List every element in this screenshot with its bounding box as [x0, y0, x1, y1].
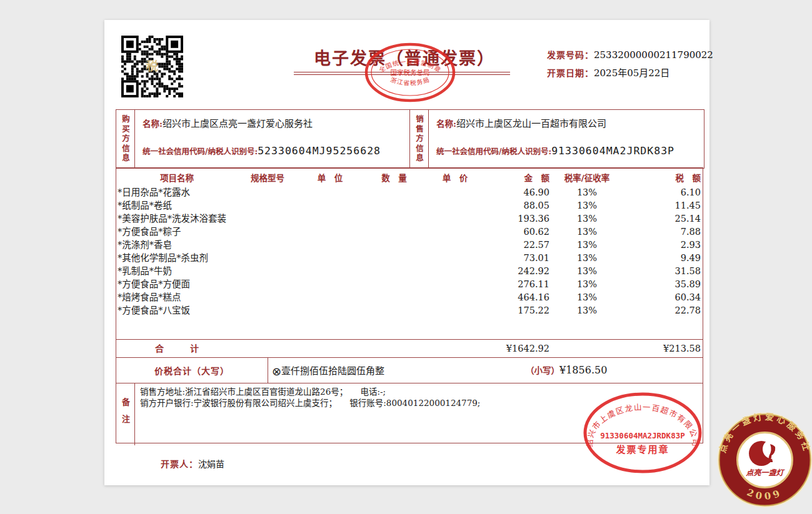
table-row: *纸制品*卷纸 88.05 13% 11.45 [116, 199, 703, 212]
invoice-number-value: 25332000000211790022 [594, 49, 713, 61]
item-qty-cell [361, 239, 427, 252]
invoice-title: 电子发票（普通发票） [279, 45, 529, 69]
item-tax-cell: 2.93 [624, 239, 703, 252]
item-tax-rate-cell: 13% [549, 239, 624, 252]
title-double-rule [294, 72, 510, 75]
seller-name-row: 名称:绍兴市上虞区龙山一百超市有限公司 [436, 116, 704, 129]
item-tax-cell: 60.34 [624, 291, 703, 304]
buyer-side-label: 购买方信息 [119, 115, 131, 164]
buyer-side-strip: 购买方信息 [116, 110, 135, 168]
invoice-date-label: 开票日期： [547, 68, 594, 78]
small-figures-label: （小写） [526, 365, 559, 375]
item-qty-cell [361, 199, 427, 212]
item-name-cell: *纸制品*卷纸 [118, 199, 236, 212]
item-tax-rate-cell: 13% [549, 225, 624, 239]
buyer-name-row: 名称:绍兴市上虞区点亮一盏灯爱心服务社 [143, 116, 409, 129]
table-row: *方便食品*八宝饭 175.22 13% 22.78 [116, 304, 703, 317]
item-qty-cell [361, 278, 427, 291]
item-spec-cell [236, 212, 299, 225]
item-name-cell: *乳制品*牛奶 [118, 265, 236, 278]
item-qty-cell [361, 291, 427, 304]
item-unit-cell [299, 199, 361, 212]
item-unit-cell [299, 291, 361, 304]
buyer-taxid-label: 统一社会信用代码/纳税人识别号: [143, 147, 258, 156]
seller-side-label: 销售方信息 [413, 115, 425, 164]
table-row: *日用杂品*花露水 46.90 13% 6.10 [116, 186, 703, 199]
item-unit-cell [299, 239, 361, 252]
buyer-taxid-value: 52330604MJ95256628 [258, 145, 381, 157]
item-unit-cell [299, 225, 361, 239]
amount-in-figures: （小写）¥1856.50 [526, 363, 607, 376]
table-row: *美容护肤品*洗发沐浴套装 193.36 13% 25.14 [116, 212, 703, 225]
item-amount-cell: 73.01 [483, 252, 549, 265]
amount-in-words: ⊗壹仟捌佰伍拾陆圆伍角整 [272, 363, 384, 378]
item-spec-cell [236, 199, 299, 212]
total-amount: ¥1642.92 [483, 342, 549, 355]
item-amount-cell: 276.11 [483, 278, 549, 291]
seller-name-label: 名称: [436, 119, 456, 129]
total-label: 合 计 [118, 342, 236, 355]
buyer-name-value: 绍兴市上虞区点亮一盏灯爱心服务社 [163, 118, 313, 129]
charity-badge: 点亮一盏灯爱心服务社 2009 点亮一盏灯 [716, 412, 812, 508]
remarks-content: 销售方地址:浙江省绍兴市上虞区百官街道龙山路26号； 电话:-; 销方开户银行:… [135, 383, 703, 445]
table-header-row: 项目名称 规格型号 单 位 数 量 单 价 金 额 税率/征收率 税 额 [116, 168, 703, 184]
header-item-name: 项目名称 [118, 172, 236, 184]
header-tax-rate: 税率/征收率 [549, 172, 624, 184]
item-qty-cell [361, 212, 427, 225]
invoice-number-label: 发票号码： [547, 50, 594, 60]
item-unit-cell [299, 265, 361, 278]
circled-x-symbol: ⊗ [272, 365, 281, 378]
header-price: 单 价 [427, 172, 483, 184]
svg-text:税: 税 [146, 59, 159, 74]
item-amount-cell: 193.36 [483, 212, 549, 225]
item-spec-cell [236, 239, 299, 252]
invoice-date-row: 开票日期：2025年05月22日 [547, 68, 713, 78]
item-tax-rate-cell: 13% [549, 304, 624, 317]
item-amount-cell: 464.16 [483, 291, 549, 304]
item-tax-rate-cell: 13% [549, 291, 624, 304]
item-name-cell: *方便食品*八宝饭 [118, 304, 236, 317]
item-name-cell: *洗涤剂*香皂 [118, 239, 236, 252]
items-area: 项目名称 规格型号 单 位 数 量 单 价 金 额 税率/征收率 税 额 *日用… [116, 168, 703, 339]
remarks-side-label: 备注 [119, 398, 131, 432]
drawer-label: 开票人： [161, 459, 198, 469]
seller-side-strip: 销售方信息 [410, 110, 429, 168]
item-spec-cell [236, 291, 299, 304]
item-tax-cell: 7.88 [624, 225, 703, 239]
invoice-meta: 发票号码：25332000000211790022 开票日期：2025年05月2… [547, 50, 713, 86]
item-tax-rate-cell: 13% [549, 278, 624, 291]
items-rows: *日用杂品*花露水 46.90 13% 6.10 *纸制品*卷纸 [116, 186, 703, 317]
item-name-cell: *方便食品*方便面 [118, 278, 236, 291]
item-qty-cell [361, 225, 427, 239]
item-price-cell [427, 239, 483, 252]
buyer-section: 购买方信息 名称:绍兴市上虞区点亮一盏灯爱心服务社 统一社会信用代码/纳税人识别… [116, 110, 410, 168]
item-tax-rate-cell: 13% [549, 199, 624, 212]
item-price-cell [427, 199, 483, 212]
item-spec-cell [236, 278, 299, 291]
amount-words-text: 壹仟捌佰伍拾陆圆伍角整 [281, 365, 384, 377]
item-tax-rate-cell: 13% [549, 265, 624, 278]
table-row: *洗涤剂*香皂 22.57 13% 2.93 [116, 239, 703, 252]
invoice-date-value: 2025年05月22日 [594, 67, 669, 79]
item-spec-cell [236, 252, 299, 265]
seller-taxid-label: 统一社会信用代码/纳税人识别号: [436, 147, 551, 156]
item-tax-cell: 11.45 [624, 199, 703, 212]
item-qty-cell [361, 304, 427, 317]
item-name-cell: *方便食品*粽子 [118, 225, 236, 239]
item-spec-cell [236, 225, 299, 239]
item-amount-cell: 242.92 [483, 265, 549, 278]
buyer-name-label: 名称: [143, 119, 163, 129]
item-amount-cell: 22.57 [483, 239, 549, 252]
header-spec: 规格型号 [236, 172, 299, 184]
item-tax-rate-cell: 13% [549, 252, 624, 265]
table-row: *焙烤食品*糕点 464.16 13% 60.34 [116, 291, 703, 304]
item-tax-rate-cell: 13% [549, 186, 624, 199]
seller-content: 名称:绍兴市上虞区龙山一百超市有限公司 统一社会信用代码/纳税人识别号:9133… [429, 110, 704, 168]
summary-row: 价税合计（大写） ⊗壹仟捌佰伍拾陆圆伍角整 （小写）¥1856.50 [116, 357, 703, 383]
item-amount-cell: 60.62 [483, 225, 549, 239]
seller-section: 销售方信息 名称:绍兴市上虞区龙山一百超市有限公司 统一社会信用代码/纳税人识别… [410, 110, 704, 168]
item-unit-cell [299, 304, 361, 317]
total-row: 合 计 ¥1642.92 ¥213.58 [116, 339, 703, 357]
svg-text:浙江省税务局: 浙江省税务局 [389, 76, 431, 87]
item-qty-cell [361, 186, 427, 199]
